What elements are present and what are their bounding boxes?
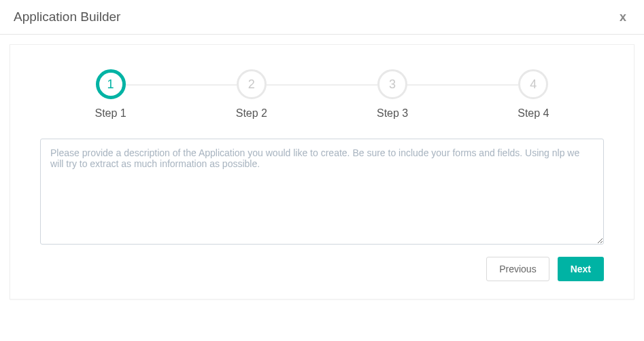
- step-1[interactable]: 1 Step 1: [40, 69, 181, 120]
- previous-button[interactable]: Previous: [486, 257, 549, 281]
- step-2-circle: 2: [237, 69, 267, 99]
- wizard-footer: Previous Next: [40, 257, 604, 281]
- step-3-circle: 3: [377, 69, 407, 99]
- modal-header: Application Builder x: [0, 0, 644, 35]
- step-4-label: Step 4: [518, 107, 549, 120]
- page-title: Application Builder: [14, 10, 120, 24]
- step-3[interactable]: 3 Step 3: [322, 69, 463, 120]
- step-1-circle: 1: [96, 69, 126, 99]
- step-4[interactable]: 4 Step 4: [463, 69, 604, 120]
- description-field-wrap: [40, 139, 604, 247]
- step-4-circle: 4: [518, 69, 548, 99]
- next-button[interactable]: Next: [558, 257, 604, 281]
- wizard-panel: 1 Step 1 2 Step 2 3 Step 3 4 Step 4 Prev…: [10, 44, 634, 300]
- stepper: 1 Step 1 2 Step 2 3 Step 3 4 Step 4: [40, 69, 604, 120]
- step-2[interactable]: 2 Step 2: [181, 69, 322, 120]
- step-2-label: Step 2: [236, 107, 267, 120]
- step-1-label: Step 1: [95, 107, 126, 120]
- close-icon[interactable]: x: [615, 10, 630, 24]
- step-3-label: Step 3: [377, 107, 408, 120]
- description-input[interactable]: [40, 139, 604, 245]
